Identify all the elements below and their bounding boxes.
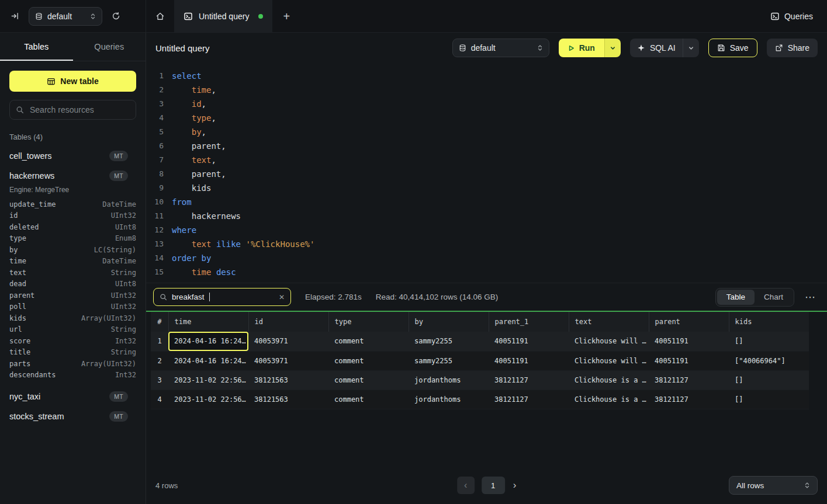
column-row[interactable]: deadUInt8 [9, 279, 136, 290]
table-cell[interactable]: jordanthoms [409, 370, 489, 390]
table-cell[interactable]: 40053971 [248, 332, 328, 351]
table-cell[interactable]: sammy2255 [409, 351, 489, 370]
column-header[interactable]: type [328, 312, 409, 332]
table-cell[interactable]: 40051191 [489, 351, 569, 370]
tab-untitled-query[interactable]: Untitled query [174, 0, 272, 32]
topbar-database-selector[interactable]: default [29, 7, 102, 26]
plus-icon: + [283, 11, 290, 22]
code-token: id [192, 99, 202, 109]
run-options-button[interactable] [604, 39, 621, 57]
table-cell[interactable]: 40051191 [649, 332, 729, 351]
column-row[interactable]: pollUInt32 [9, 301, 136, 313]
column-row[interactable]: scoreInt32 [9, 335, 136, 347]
view-toggle-table[interactable]: Table [717, 290, 755, 305]
table-cell[interactable]: comment [328, 332, 409, 351]
table-cell[interactable]: 38121563 [248, 370, 328, 390]
table-cell[interactable]: 2024-04-16 16:24… [168, 332, 248, 351]
table-cell[interactable]: 40051191 [649, 351, 729, 370]
column-row[interactable]: kidsArray(UInt32) [9, 312, 136, 324]
table-cell[interactable]: 2 [151, 351, 168, 370]
table-item[interactable]: cell_towersMT [9, 146, 136, 166]
sidebar-tab-tables[interactable]: Tables [0, 33, 73, 61]
column-row[interactable]: timeDateTime [9, 256, 136, 267]
table-cell[interactable]: Clickhouse is a … [569, 390, 649, 409]
column-row[interactable]: byLC(String) [9, 244, 136, 256]
save-button[interactable]: Save [708, 39, 757, 57]
column-header[interactable]: time [168, 312, 248, 332]
table-cell[interactable]: 4 [151, 390, 168, 409]
column-header[interactable]: parent_1 [489, 312, 569, 332]
table-cell[interactable]: ["40066964"] [729, 351, 809, 370]
table-item[interactable]: nyc_taxiMT [9, 387, 136, 406]
table-name: nyc_taxi [9, 392, 109, 401]
sql-editor[interactable]: 1select2 time,3 id,4 type,5 by,6 parent,… [146, 63, 827, 283]
table-cell[interactable]: 2023-11-02 22:56… [168, 390, 248, 409]
table-cell[interactable]: Clickhouse will … [569, 351, 649, 370]
table-cell[interactable]: 38121127 [649, 370, 729, 390]
column-header[interactable]: text [569, 312, 649, 332]
column-header[interactable]: parent [649, 312, 729, 332]
table-cell[interactable]: 1 [151, 332, 168, 351]
sidebar-tab-queries[interactable]: Queries [73, 33, 146, 61]
column-row[interactable]: idUInt32 [9, 210, 136, 222]
results-search-input[interactable]: breakfast ✕ [153, 288, 291, 306]
table-cell[interactable]: 3 [151, 370, 168, 390]
table-cell[interactable]: Clickhouse will … [569, 332, 649, 351]
column-header[interactable]: kids [729, 312, 809, 332]
results-toolbar: breakfast ✕ Elapsed: 2.781s Read: 40,414… [146, 283, 827, 311]
share-button[interactable]: Share [767, 39, 818, 57]
next-page-button[interactable]: › [513, 479, 517, 491]
new-tab-button[interactable]: + [272, 0, 300, 32]
column-row[interactable]: update_timeDateTime [9, 199, 136, 210]
tab-home[interactable] [146, 0, 174, 32]
sql-ai-button[interactable]: SQL AI [630, 39, 683, 57]
table-item[interactable]: hackernewsMT [9, 166, 136, 186]
query-file-icon [184, 12, 193, 21]
collapse-sidebar-button[interactable] [7, 8, 23, 24]
table-cell[interactable]: 2024-04-16 16:24… [168, 351, 248, 370]
table-cell[interactable]: [] [729, 332, 809, 351]
column-row[interactable]: textString [9, 267, 136, 279]
run-button[interactable]: Run [559, 39, 604, 57]
sidebar-search[interactable] [9, 100, 136, 120]
query-database-selector[interactable]: default [452, 39, 549, 57]
queries-button[interactable]: Queries [770, 12, 813, 21]
current-page[interactable]: 1 [482, 477, 505, 494]
table-cell[interactable]: comment [328, 390, 409, 409]
refresh-button[interactable] [108, 8, 124, 24]
code-token: '%ClickHouse%' [245, 239, 314, 249]
table-cell[interactable]: sammy2255 [409, 332, 489, 351]
table-cell[interactable]: 40051191 [489, 332, 569, 351]
rows-per-page-selector[interactable]: All rows [729, 476, 818, 495]
table-cell[interactable]: 38121127 [649, 390, 729, 409]
column-header[interactable]: id [248, 312, 328, 332]
column-header[interactable]: by [409, 312, 489, 332]
column-row[interactable]: descendantsInt32 [9, 370, 136, 381]
sql-ai-options-button[interactable] [683, 39, 699, 57]
table-cell[interactable]: 38121127 [489, 390, 569, 409]
table-cell[interactable]: [] [729, 390, 809, 409]
new-table-button[interactable]: New table [9, 71, 136, 92]
clear-search-button[interactable]: ✕ [279, 293, 285, 301]
table-cell[interactable]: 38121127 [489, 370, 569, 390]
table-cell[interactable]: [] [729, 370, 809, 390]
column-header[interactable]: # [151, 312, 168, 332]
column-row[interactable]: urlString [9, 324, 136, 336]
more-options-button[interactable]: ⋯ [802, 290, 818, 305]
table-cell[interactable]: 38121563 [248, 390, 328, 409]
table-cell[interactable]: 40053971 [248, 351, 328, 370]
sidebar-search-input[interactable] [29, 105, 130, 115]
table-cell[interactable]: Clickhouse is a … [569, 370, 649, 390]
table-cell[interactable]: comment [328, 370, 409, 390]
view-toggle-chart[interactable]: Chart [755, 290, 793, 305]
column-row[interactable]: deletedUInt8 [9, 221, 136, 233]
column-row[interactable]: titleString [9, 347, 136, 359]
table-cell[interactable]: 2023-11-02 22:56… [168, 370, 248, 390]
prev-page-button[interactable]: ‹ [457, 477, 475, 494]
table-cell[interactable]: jordanthoms [409, 390, 489, 409]
column-row[interactable]: partsArray(UInt32) [9, 358, 136, 370]
table-item[interactable]: stocks_streamMT [9, 406, 136, 426]
table-cell[interactable]: comment [328, 351, 409, 370]
column-row[interactable]: parentUInt32 [9, 290, 136, 301]
column-row[interactable]: typeEnum8 [9, 233, 136, 245]
